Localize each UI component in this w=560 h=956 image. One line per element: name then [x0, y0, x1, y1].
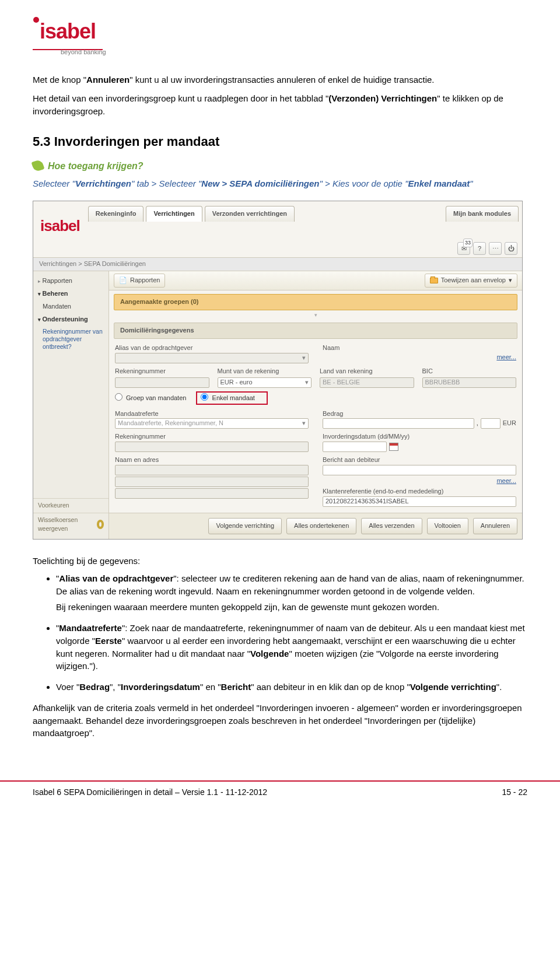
- assign-envelope-button[interactable]: Toewijzen aan envelop ▾: [425, 274, 517, 288]
- bericht-field[interactable]: [323, 465, 516, 475]
- mref-field[interactable]: Mandaatreferte, Rekeningnummer, N: [115, 418, 309, 429]
- brand-tagline: beyond banking: [61, 48, 527, 57]
- app-screenshot: isabel Rekeninginfo Verrichtingen Verzon…: [33, 201, 523, 540]
- label-land: Land van rekening: [320, 366, 414, 376]
- land-field: BE - BELGIE: [320, 377, 414, 388]
- label-bericht: Bericht aan debiteur: [323, 454, 516, 465]
- band-groups[interactable]: Aangemaakte groepen (0): [114, 294, 517, 310]
- bullet-alias: "Alias van de opdrachtgever": selecteer …: [56, 572, 527, 614]
- btn-annuleren[interactable]: Annuleren: [473, 518, 517, 534]
- bullet-voer: Voer "Bedrag", "Invorderingsdatum" en "B…: [56, 681, 527, 694]
- naamadr1-field[interactable]: [115, 465, 309, 475]
- meer-link-2[interactable]: meer...: [496, 477, 516, 484]
- paragraph-2: Het detail van een invorderingsgroep kun…: [33, 92, 527, 118]
- closing-paragraph: Afhankelijk van de criteria zoals vermel…: [33, 702, 527, 740]
- sidebar-item-sublink[interactable]: Rekeningnummer van opdrachtgever ontbree…: [33, 326, 108, 352]
- footer-left: Isabel 6 SEPA Domiciliëringen in detail …: [33, 786, 267, 798]
- radio-enkel[interactable]: Enkel mandaat: [201, 394, 254, 401]
- label-invdat: Invorderingsdatum (dd/MM/yy): [323, 431, 516, 442]
- invdat-field[interactable]: [323, 442, 387, 452]
- rek2-field[interactable]: [115, 442, 309, 452]
- brand-header: isabel beyond banking: [33, 16, 527, 57]
- access-question: Hoe toegang krijgen?: [33, 159, 527, 173]
- radio-enkel-highlight: Enkel mandaat: [196, 391, 267, 405]
- help-icon[interactable]: ?: [473, 242, 486, 255]
- label-naamadr: Naam en adres: [115, 454, 309, 465]
- label-munt: Munt van de rekening: [218, 366, 312, 376]
- radio-groep[interactable]: Groep van mandaten: [115, 394, 186, 401]
- rek-field[interactable]: [115, 377, 209, 388]
- sidebar-wisselkoersen[interactable]: Wisselkoersen weergeven: [33, 513, 108, 535]
- nav-instruction: Selecteer "Verrichtingen" tab > Selectee…: [33, 177, 527, 190]
- paragraph-1: Met de knop "Annuleren" kunt u al uw inv…: [33, 73, 527, 86]
- label-alias: Alias van de opdrachtgever: [115, 342, 309, 353]
- bedrag-int-field[interactable]: [323, 418, 474, 429]
- munt-select[interactable]: EUR - euro: [218, 377, 312, 388]
- band-details: Domiciliëringsgegevens: [114, 323, 517, 339]
- naamadr2-field[interactable]: [115, 477, 309, 487]
- app-logo: isabel: [37, 204, 88, 241]
- label-rek2: Rekeningnummer: [115, 431, 309, 442]
- bedrag-dec-field[interactable]: [481, 418, 501, 429]
- bullet-mandaatreferte: "Mandaatreferte": Zoek naar de mandaatre…: [56, 622, 527, 673]
- page-footer: Isabel 6 SEPA Domiciliëringen in detail …: [0, 782, 560, 806]
- klantref-field[interactable]: 20120822143635341ISABEL: [323, 496, 516, 507]
- bedrag-cur: EUR: [503, 419, 516, 428]
- notifications-icon[interactable]: ✉ 33: [456, 242, 470, 255]
- label-naam: Naam: [323, 342, 516, 353]
- meer-link-1[interactable]: meer...: [496, 353, 516, 360]
- breadcrumb: Verrichtingen > SEPA Domiciliëringen: [33, 257, 522, 271]
- sidebar-item-rapporten[interactable]: Rapporten: [33, 275, 108, 288]
- sidebar-item-beheren[interactable]: Beheren: [33, 288, 108, 300]
- action-button-row: Volgende verrichting Alles ondertekenen …: [109, 513, 522, 539]
- power-icon[interactable]: ⏻: [505, 242, 517, 255]
- btn-alles-verzenden[interactable]: Alles verzenden: [361, 518, 422, 534]
- label-mref: Mandaatreferte: [115, 408, 309, 419]
- label-rek: Rekeningnummer: [115, 366, 209, 376]
- leaf-icon: [31, 159, 44, 173]
- calendar-icon[interactable]: [389, 443, 398, 451]
- label-bedrag: Bedrag: [323, 408, 516, 419]
- naamadr3-field[interactable]: [115, 488, 309, 499]
- sidebar-item-mandaten[interactable]: Mandaten: [33, 300, 108, 313]
- sidebar: Rapporten Beheren Mandaten Ondersteuning…: [33, 271, 109, 539]
- explanation-heading: Toelichting bij de gegevens:: [33, 555, 527, 568]
- bic-field: BBRUBEBB: [422, 377, 517, 388]
- gear-icon: [97, 520, 104, 529]
- label-klantref: Klantenreferentie (end-to-end mededeling…: [323, 486, 516, 496]
- btn-volgende-verrichting[interactable]: Volgende verrichting: [208, 518, 282, 534]
- explanation-list: "Alias van de opdrachtgever": selecteer …: [33, 572, 527, 694]
- label-bic: BIC: [422, 366, 517, 376]
- footer-right: 15 - 22: [502, 786, 527, 798]
- tab-verzonden[interactable]: Verzonden verrichtingen: [205, 206, 295, 222]
- sidebar-item-ondersteuning[interactable]: Ondersteuning: [33, 313, 108, 326]
- mandaat-mode-radio: Groep van mandaten Enkel mandaat: [115, 391, 516, 405]
- tab-mijnbank[interactable]: Mijn bank modules: [446, 206, 519, 222]
- section-heading: 5.3 Invorderingen per mandaat: [33, 132, 527, 151]
- tab-rekeninginfo[interactable]: Rekeninginfo: [88, 206, 144, 222]
- alias-select[interactable]: [115, 353, 309, 363]
- reports-button[interactable]: 📄 Rapporten: [114, 274, 165, 288]
- sidebar-voorkeuren[interactable]: Voorkeuren: [33, 498, 108, 512]
- tab-verrichtingen[interactable]: Verrichtingen: [146, 206, 202, 222]
- brand-logo: isabel: [33, 16, 527, 47]
- btn-alles-ondertekenen[interactable]: Alles ondertekenen: [286, 518, 356, 534]
- settings-icon[interactable]: ⋯: [489, 242, 502, 255]
- btn-voltooien[interactable]: Voltooien: [427, 518, 468, 534]
- folder-icon: [430, 278, 438, 283]
